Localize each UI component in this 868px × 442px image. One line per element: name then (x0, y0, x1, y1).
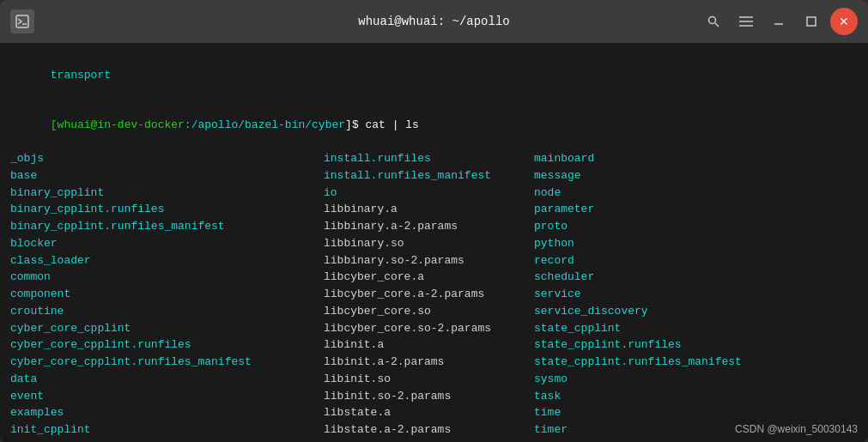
window-controls: ✕ (700, 8, 858, 35)
list-item: data (10, 371, 324, 388)
list-item: cyber_core_cpplint (10, 320, 324, 337)
list-item: record (534, 252, 792, 269)
list-item: libcyber_core.so (324, 303, 534, 320)
list-item: init_cpplint.runfiles (10, 439, 324, 442)
list-item: libcyber_core.so-2.params (324, 320, 534, 337)
prompt-line: [whuai@in-dev-docker:/apollo/bazel-bin/c… (10, 100, 858, 151)
maximize-button[interactable] (798, 8, 825, 35)
list-item: init_cpplint (10, 421, 324, 439)
list-item: io (324, 185, 534, 202)
list-item: time (534, 404, 792, 421)
list-item: base (10, 167, 324, 185)
list-item: binary_cpplint (10, 185, 324, 202)
list-item: tools (534, 439, 792, 442)
list-item: task (534, 388, 792, 405)
list-item: state_cpplint (534, 320, 792, 337)
list-item: common (10, 269, 324, 286)
svg-rect-8 (807, 17, 816, 26)
list-item: libstate.a (324, 404, 534, 421)
list-item: libbinary.so-2.params (324, 252, 534, 269)
list-item: service (534, 286, 792, 303)
list-item: libinit.so-2.params (324, 388, 534, 405)
list-item: libbinary.a (324, 201, 534, 218)
search-button[interactable] (700, 8, 727, 35)
list-item: libinit.a-2.params (324, 354, 534, 371)
transport-line: transport (10, 50, 858, 100)
close-button[interactable]: ✕ (830, 8, 858, 35)
menu-button[interactable] (732, 8, 760, 35)
list-item: state_cpplint.runfiles_manifest (534, 354, 792, 371)
list-item: mainboard (534, 150, 792, 167)
file-listing: _objs base binary_cpplint binary_cpplint… (10, 150, 858, 442)
titlebar-title: whuai@whuai: ~/apollo (358, 15, 509, 28)
list-item: class_loader (10, 252, 324, 269)
list-item: binary_cpplint.runfiles (10, 201, 324, 218)
list-item: install.runfiles_manifest (324, 167, 534, 185)
list-item: libcyber_core.a-2.params (324, 286, 534, 303)
list-item: event (10, 388, 324, 405)
svg-line-3 (715, 23, 719, 27)
minimize-button[interactable] (765, 8, 792, 35)
list-item: libstate.a-2.params (324, 421, 534, 439)
list-item: cyber_core_cpplint.runfiles (10, 336, 324, 354)
watermark: CSDN @weixin_50030143 (735, 423, 858, 435)
list-item: sysmo (534, 371, 792, 388)
list-item: state_cpplint.runfiles (534, 336, 792, 354)
list-item: python (534, 235, 792, 252)
list-item: cyber_core_cpplint.runfiles_manifest (10, 354, 324, 371)
list-item: message (534, 167, 792, 185)
list-item: binary_cpplint.runfiles_manifest (10, 218, 324, 235)
list-item: libbinary.so (324, 235, 534, 252)
list-item: component (10, 286, 324, 303)
list-item: proto (534, 218, 792, 235)
list-item: libinit.a (324, 336, 534, 354)
list-item: libinit.so (324, 371, 534, 388)
list-item: libbinary.a-2.params (324, 218, 534, 235)
terminal-icon (10, 9, 34, 33)
list-item: _objs (10, 150, 324, 167)
column-1: _objs base binary_cpplint binary_cpplint… (10, 150, 324, 442)
list-item: blocker (10, 235, 324, 252)
terminal-window: whuai@whuai: ~/apollo (0, 0, 868, 442)
list-item: scheduler (534, 269, 792, 286)
terminal-body[interactable]: transport [whuai@in-dev-docker:/apollo/b… (0, 43, 868, 442)
list-item: parameter (534, 201, 792, 218)
titlebar-left (10, 9, 34, 33)
column-3: mainboard message node parameter proto p… (534, 150, 792, 442)
list-item: service_discovery (534, 303, 792, 320)
svg-point-2 (709, 17, 716, 24)
titlebar: whuai@whuai: ~/apollo (0, 0, 868, 43)
list-item: node (534, 185, 792, 202)
list-item: examples (10, 404, 324, 421)
column-2: install.runfiles install.runfiles_manife… (324, 150, 534, 442)
list-item: croutine (10, 303, 324, 320)
list-item: install.runfiles (324, 150, 534, 167)
list-item: libcyber_core.a (324, 269, 534, 286)
list-item: libstate.so (324, 439, 534, 442)
